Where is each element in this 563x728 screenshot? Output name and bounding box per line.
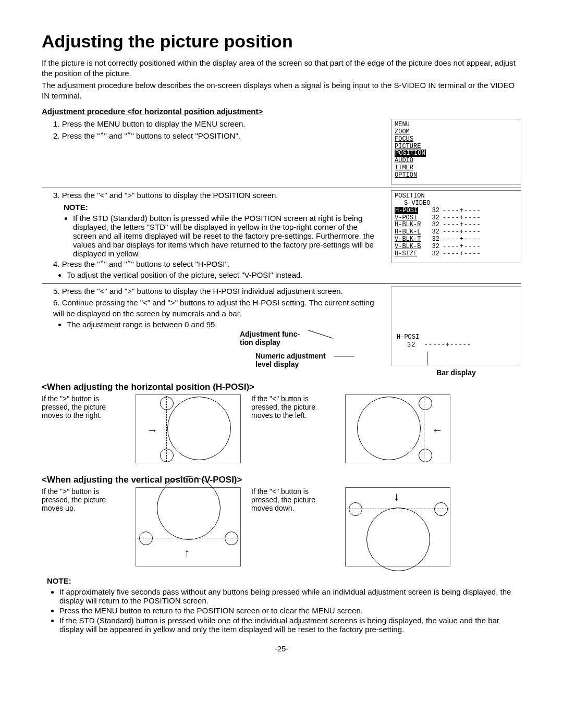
position-row: H-BLK-L32----+---- xyxy=(395,229,518,236)
step-3: 3. Press the "<" and ">" buttons to disp… xyxy=(42,190,381,201)
menu-item-selected: POSITION xyxy=(395,150,426,157)
arrow-right-icon: → xyxy=(146,424,158,437)
adj-value: 32 xyxy=(407,341,415,349)
step-3-note: If the STD (Standard) button is pressed … xyxy=(73,214,381,258)
step-1: 1. Press the MENU button to display the … xyxy=(42,119,381,129)
position-row: V-BLK-T32----+---- xyxy=(395,236,518,243)
hposi-right-illus: → xyxy=(136,394,241,463)
position-row: H-SIZE32----+---- xyxy=(395,251,518,258)
vposi-up-illus: ↑ xyxy=(136,487,241,566)
step-5: 5. Press the "<" and ">" buttons to disp… xyxy=(42,286,381,297)
callout-bar: Bar display xyxy=(391,368,521,377)
menu-item: TIMER xyxy=(395,164,413,171)
menu-item: AUDIO xyxy=(395,157,413,164)
hposi-heading: <When adjusting the horizontal position … xyxy=(42,382,521,392)
procedure-heading: Adjustment procedure <for horizontal pos… xyxy=(42,107,263,116)
position-row: H-POSI32----+---- xyxy=(395,207,518,215)
adj-name: H-POSI xyxy=(397,334,419,341)
page-number: -25- xyxy=(42,644,521,653)
callout-adj-func: Adjustment func- xyxy=(240,330,300,338)
page-title: Adjusting the picture position xyxy=(42,31,521,52)
arrow-up-icon: ↑ xyxy=(184,546,190,560)
position-row: H-BLK-R32----+---- xyxy=(395,221,518,229)
arrow-down-icon: ↓ xyxy=(394,490,399,503)
adj-bar: -----+----- xyxy=(424,341,471,349)
note-item: Press the MENU button to return to the P… xyxy=(59,606,521,615)
menu-item: FOCUS xyxy=(395,135,413,143)
menu-item: OPTION xyxy=(395,171,417,179)
note-label: NOTE: xyxy=(64,203,88,212)
menu-title: MENU xyxy=(395,121,518,129)
callout-numeric-2: level display xyxy=(255,360,299,368)
hposi-left-illus: ← xyxy=(345,394,450,463)
vposi-down-text: If the "<" button is pressed, the pictur… xyxy=(251,487,335,512)
position-row: V-BLK-B32----+---- xyxy=(395,243,518,251)
step-4-note: To adjust the vertical position of the p… xyxy=(67,270,381,279)
position-osd: POSITION S-VIDEO H-POSI32----+----V-POSI… xyxy=(391,190,521,263)
position-row: V-POSI32----+---- xyxy=(395,215,518,222)
hposi-osd: H-POSI 32 -----+----- xyxy=(391,286,521,365)
intro-text: If the picture is not correctly position… xyxy=(42,58,521,79)
menu-osd: MENU ZOOM FOCUS PICTURE POSITION AUDIO T… xyxy=(391,119,521,184)
vposi-up-text: If the ">" button is pressed, the pictur… xyxy=(42,487,125,512)
position-title: POSITION xyxy=(395,193,518,200)
hposi-left-text: If the "<" button is pressed, the pictur… xyxy=(251,394,335,419)
position-subtitle: S-VIDEO xyxy=(395,200,518,207)
step-2: 2. Press the "˄" and "˅" buttons to sele… xyxy=(42,131,381,141)
note-item: If the STD (Standard) button is pressed … xyxy=(59,616,521,634)
note-label: NOTE: xyxy=(47,576,71,585)
note-item: If approximately five seconds pass witho… xyxy=(59,587,521,605)
callout-adj-func-2: tion display xyxy=(240,338,280,347)
vposi-heading: <When adjusting the vertical position (V… xyxy=(42,475,521,485)
arrow-left-icon: ← xyxy=(432,424,443,437)
step-4: 4. Press the "˄" and "˅" buttons to sele… xyxy=(42,259,381,269)
step-6-note: The adjustment range is between 0 and 95… xyxy=(67,320,381,329)
hposi-right-text: If the ">" button is pressed, the pictur… xyxy=(42,394,125,419)
intro-text-2: The adjustment procedure below describes… xyxy=(42,80,521,102)
vposi-down-illus: ↓ xyxy=(345,487,450,566)
menu-item: PICTURE xyxy=(395,143,421,150)
step-6: 6. Continue pressing the "<" and ">" but… xyxy=(42,298,381,319)
callout-numeric: Numeric adjustment xyxy=(255,352,326,360)
menu-item: ZOOM xyxy=(395,128,410,135)
